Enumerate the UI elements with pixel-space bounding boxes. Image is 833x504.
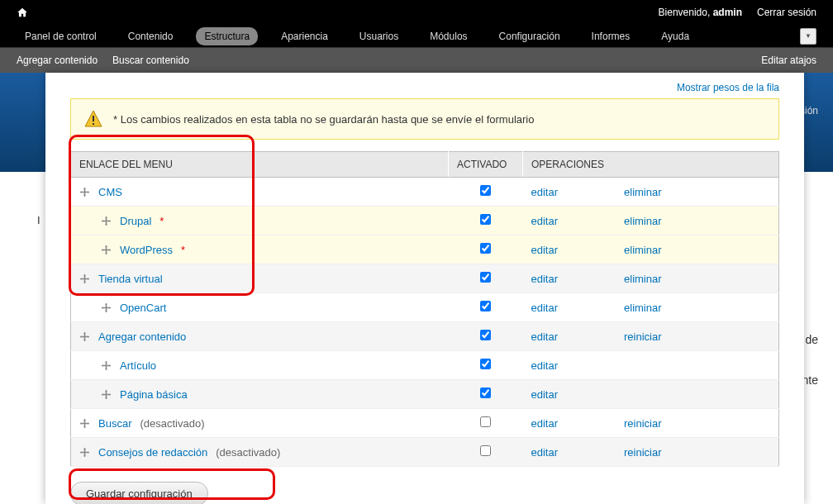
- table-row: Tienda virtualeditareliminar: [71, 264, 779, 293]
- enabled-checkbox[interactable]: [480, 272, 491, 283]
- drag-handle-icon[interactable]: [101, 302, 112, 313]
- shortcut-edit[interactable]: Editar atajos: [761, 55, 816, 66]
- menu-link[interactable]: Tienda virtual: [98, 273, 163, 285]
- drag-handle-icon[interactable]: [79, 273, 90, 284]
- edit-link[interactable]: editar: [531, 244, 559, 256]
- drag-handle-icon[interactable]: [101, 245, 112, 255]
- edit-link[interactable]: editar: [531, 446, 559, 459]
- table-row: Drupal*editareliminar: [71, 207, 779, 235]
- shortcut-find[interactable]: Buscar contenido: [112, 55, 189, 66]
- reset-link[interactable]: reiniciar: [624, 330, 662, 343]
- menu-link[interactable]: Artículo: [120, 359, 156, 372]
- col-enabled: ACTIVADO: [449, 152, 523, 178]
- table-row: Buscar (desactivado)editarreiniciar: [71, 409, 779, 438]
- toolbar-collapse-icon[interactable]: ▼: [800, 28, 816, 45]
- col-ops: OPERACIONES: [523, 152, 779, 178]
- menu-link[interactable]: Agregar contenido: [98, 330, 186, 343]
- edit-link[interactable]: editar: [531, 273, 559, 285]
- delete-link[interactable]: eliminar: [624, 244, 662, 256]
- edit-link[interactable]: editar: [531, 359, 559, 372]
- changed-marker: *: [181, 244, 185, 256]
- svg-rect-0: [93, 116, 94, 121]
- delete-link[interactable]: eliminar: [624, 273, 662, 285]
- enabled-checkbox[interactable]: [480, 185, 491, 196]
- menu-link[interactable]: OpenCart: [120, 302, 166, 314]
- menu-contenido[interactable]: Contenido: [120, 27, 182, 45]
- menu-informes[interactable]: Informes: [583, 27, 639, 45]
- table-row: Agregar contenidoeditarreiniciar: [71, 322, 779, 351]
- menu-links-table: ENLACE DEL MENU ACTIVADO OPERACIONES CMS…: [70, 151, 779, 467]
- drag-handle-icon[interactable]: [79, 331, 90, 342]
- enabled-checkbox[interactable]: [480, 388, 491, 398]
- edit-link[interactable]: editar: [531, 215, 559, 227]
- edit-link[interactable]: editar: [531, 302, 559, 314]
- enabled-checkbox[interactable]: [480, 416, 491, 427]
- reset-link[interactable]: reiniciar: [624, 417, 662, 430]
- welcome-prefix: Bienvenido,: [659, 7, 713, 18]
- edit-link[interactable]: editar: [531, 417, 559, 430]
- changed-marker: *: [159, 215, 164, 227]
- table-row: WordPress*editareliminar: [71, 235, 779, 264]
- menu-modulos[interactable]: Módulos: [421, 27, 475, 45]
- delete-link[interactable]: eliminar: [624, 186, 662, 198]
- shortcut-add[interactable]: Agregar contenido: [17, 55, 98, 66]
- edit-link[interactable]: editar: [531, 388, 559, 401]
- table-row: OpenCarteditareliminar: [71, 293, 779, 322]
- enabled-checkbox[interactable]: [480, 301, 491, 311]
- save-config-button[interactable]: Guardar configuración: [70, 482, 208, 504]
- enabled-checkbox[interactable]: [480, 330, 491, 340]
- warning-text: * Los cambios realizados en esta tabla n…: [113, 113, 534, 126]
- enabled-checkbox[interactable]: [480, 445, 491, 456]
- enabled-checkbox[interactable]: [480, 214, 491, 225]
- warning-message: * Los cambios realizados en esta tabla n…: [70, 98, 779, 140]
- svg-rect-1: [93, 123, 94, 125]
- disabled-suffix: (desactivado): [216, 446, 280, 459]
- edit-link[interactable]: editar: [531, 330, 559, 343]
- menu-apariencia[interactable]: Apariencia: [273, 27, 336, 45]
- table-row: Artículoeditar: [71, 351, 779, 380]
- menu-link[interactable]: WordPress: [120, 244, 173, 256]
- table-row: Consejos de redacción (desactivado)edita…: [71, 438, 779, 467]
- table-row: Página básicaeditar: [71, 380, 779, 409]
- drag-handle-icon[interactable]: [101, 360, 112, 371]
- bg-text-r1: de: [805, 333, 818, 346]
- drag-handle-icon[interactable]: [79, 418, 90, 429]
- home-icon[interactable]: [17, 7, 28, 18]
- welcome-text: Bienvenido, admin: [659, 7, 742, 18]
- delete-link[interactable]: eliminar: [624, 302, 662, 314]
- bg-text-left: I: [37, 214, 40, 226]
- menu-ayuda[interactable]: Ayuda: [653, 27, 697, 45]
- reset-link[interactable]: reiniciar: [624, 446, 662, 459]
- menu-link[interactable]: CMS: [98, 186, 122, 198]
- drag-handle-icon[interactable]: [101, 389, 112, 400]
- menu-panel[interactable]: Panel de control: [17, 27, 105, 45]
- enabled-checkbox[interactable]: [480, 359, 491, 369]
- drag-handle-icon[interactable]: [79, 187, 90, 197]
- warning-icon: [83, 109, 103, 129]
- menu-configuracion[interactable]: Configuración: [491, 27, 569, 45]
- username: admin: [713, 7, 742, 18]
- shortcut-bar: Agregar contenido Buscar contenido Edita…: [0, 48, 833, 73]
- disabled-suffix: (desactivado): [140, 417, 204, 430]
- admin-toolbar: Bienvenido, admin Cerrar sesión: [0, 0, 833, 25]
- menu-link[interactable]: Consejos de redacción: [98, 446, 207, 459]
- menu-estructura[interactable]: Estructura: [196, 27, 258, 45]
- menu-link[interactable]: Página básica: [120, 388, 188, 401]
- admin-menubar: Panel de control Contenido Estructura Ap…: [0, 25, 833, 48]
- edit-link[interactable]: editar: [531, 186, 559, 198]
- enabled-checkbox[interactable]: [480, 243, 491, 254]
- table-row: CMSeditareliminar: [71, 178, 779, 207]
- logout-link[interactable]: Cerrar sesión: [757, 7, 816, 18]
- menu-link[interactable]: Buscar: [98, 417, 131, 430]
- menu-link[interactable]: Drupal: [120, 215, 151, 227]
- drag-handle-icon[interactable]: [101, 216, 112, 226]
- col-link: ENLACE DEL MENU: [71, 152, 449, 178]
- show-row-weights-link[interactable]: Mostrar pesos de la fila: [677, 82, 779, 93]
- menu-usuarios[interactable]: Usuarios: [351, 27, 407, 45]
- overlay-panel: Mostrar pesos de la fila * Los cambios r…: [45, 73, 804, 504]
- drag-handle-icon[interactable]: [79, 447, 90, 458]
- delete-link[interactable]: eliminar: [624, 215, 662, 227]
